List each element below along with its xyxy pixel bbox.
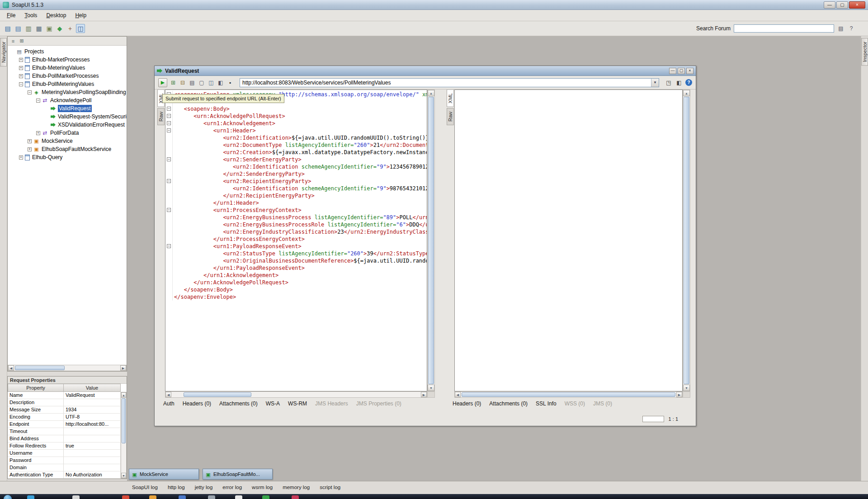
float-panel-icon[interactable]: ◳	[665, 79, 673, 87]
tree-node-pollfordata[interactable]: +PollForData	[8, 129, 127, 137]
fold-collapse-icon[interactable]: −	[167, 244, 171, 248]
xml-line-15[interactable]: </urn2:RecipientEnergyParty>	[165, 192, 427, 199]
xml-line-18[interactable]: <urn2:EnergyBusinessProcess listAgencyId…	[165, 214, 427, 221]
scroll-thumb[interactable]	[428, 97, 434, 384]
properties-vscrollbar[interactable]: ▲ ▼	[121, 392, 127, 479]
endpoint-dropdown-icon[interactable]: ▼	[651, 79, 659, 87]
property-value-cell[interactable]	[64, 399, 121, 406]
tree-node-elhub-marketprocesses[interactable]: +Elhub-MarketProcesses	[8, 56, 127, 64]
editor-vtab-raw[interactable]: Raw	[157, 108, 165, 125]
xml-line-11[interactable]: <urn2:Identification schemeAgencyIdentif…	[165, 163, 427, 170]
property-row-domain[interactable]: Domain	[8, 464, 121, 471]
new-soap-project-icon[interactable]: ▤	[3, 24, 12, 33]
property-value-cell[interactable]	[64, 457, 121, 464]
close-button[interactable]: ×	[849, 1, 865, 9]
property-value-cell[interactable]: http://localhost:80...	[64, 421, 121, 428]
tab-attachments-0[interactable]: Attachments (0)	[489, 400, 528, 407]
property-value-cell[interactable]: true	[64, 443, 121, 450]
property-row-endpoint[interactable]: Endpointhttp://localhost:80...	[8, 421, 121, 428]
xml-line-23[interactable]: <urn2:StatusType listAgencyIdentifier="2…	[165, 250, 427, 257]
menu-item-desktop[interactable]: Desktop	[42, 11, 70, 20]
menu-item-tools[interactable]: Tools	[20, 11, 41, 20]
property-value-cell[interactable]: No Authorization	[64, 471, 121, 479]
request-window-titlebar[interactable]: ValidRequest — ▢ ×	[155, 66, 696, 76]
property-row-username[interactable]: Username	[8, 450, 121, 457]
fold-collapse-icon[interactable]: −	[167, 157, 171, 161]
tree-node-meteringvaluespollingsoapbinding[interactable]: −MeteringValuesPollingSoapBinding	[8, 88, 127, 96]
import-project-icon[interactable]: ▥	[24, 24, 33, 33]
preferences-icon[interactable]: +	[66, 24, 75, 33]
property-value-cell[interactable]	[64, 428, 121, 435]
fold-collapse-icon[interactable]: −	[167, 121, 171, 125]
taskbar-icon[interactable]	[235, 495, 242, 499]
frame-minimize-icon[interactable]: —	[669, 68, 676, 74]
scroll-left-icon[interactable]: ◀	[455, 392, 461, 397]
tree-node-mockservice[interactable]: +MockService	[8, 137, 127, 145]
endpoint-combobox[interactable]: http://localhost:8083/WebService/service…	[240, 78, 659, 87]
menu-item-help[interactable]: Help	[71, 11, 90, 20]
xml-line-5[interactable]: − <urn1:Acknowledgement>	[165, 120, 427, 127]
plus-toggle-icon[interactable]: +	[19, 155, 23, 160]
tab-headers-0[interactable]: Headers (0)	[453, 400, 481, 407]
windows-taskbar[interactable]	[0, 494, 868, 499]
request-layout-icon[interactable]: ◧	[217, 79, 225, 87]
xml-line-9[interactable]: <urn2:Creation>${=javax.xml.datatype.Dat…	[165, 149, 427, 156]
recreate-request-icon[interactable]: ▤	[188, 79, 196, 87]
tree-view-icon[interactable]: ≡	[10, 38, 16, 44]
scroll-thumb[interactable]	[684, 97, 689, 384]
scroll-up-icon[interactable]: ▲	[428, 90, 434, 96]
request-xml-editor[interactable]: −<soapenv:Envelope xmlns:soapenv="http:/…	[165, 89, 427, 391]
fold-collapse-icon[interactable]: −	[167, 179, 171, 183]
scroll-thumb[interactable]	[15, 366, 65, 370]
trial-icon[interactable]: ◆	[55, 24, 64, 33]
log-tab-http-log[interactable]: http log	[168, 485, 185, 490]
tree-node-elhubsoapfaultmockservice[interactable]: +ElhubSoapFaultMockService	[8, 145, 127, 153]
xml-line-21[interactable]: </urn1:ProcessEnergyContext>	[165, 235, 427, 243]
taskbar-icon[interactable]	[262, 495, 269, 499]
create-empty-request-icon[interactable]: ▢	[198, 79, 206, 87]
property-value-cell[interactable]: UTF-8	[64, 414, 121, 421]
tab-auth[interactable]: Auth	[163, 400, 175, 407]
log-tab-error-log[interactable]: error log	[222, 485, 242, 490]
property-row-timeout[interactable]: Timeout	[8, 428, 121, 435]
log-tab-memory-log[interactable]: memory log	[283, 485, 310, 490]
new-rest-project-icon[interactable]: ▤	[14, 24, 23, 33]
scroll-right-icon[interactable]: ▶	[421, 392, 427, 397]
request-hscrollbar[interactable]: ◀ ▶	[165, 391, 427, 398]
taskbar-icon[interactable]	[72, 495, 80, 499]
xml-line-24[interactable]: <urn2:OriginalBusinessDocumentReference>…	[165, 257, 427, 264]
help-icon[interactable]: ?	[685, 79, 692, 86]
log-tab-wsrm-log[interactable]: wsrm log	[252, 485, 273, 490]
tree-node-elhub-pollmarketprocesses[interactable]: +Elhub-PollMarketProcesses	[8, 72, 127, 80]
forum-icon[interactable]: ▣	[45, 24, 54, 33]
tab-jms-headers[interactable]: JMS Headers	[315, 400, 348, 407]
fold-collapse-icon[interactable]: −	[167, 114, 171, 118]
plus-toggle-icon[interactable]: +	[28, 139, 32, 143]
xml-line-28[interactable]: </soapenv:Body>	[165, 286, 427, 293]
save-all-projects-icon[interactable]: ▦	[34, 24, 43, 33]
xml-line-13[interactable]: − <urn2:RecipientEnergyParty>	[165, 178, 427, 185]
minimized-window-elhubsoapfaultmo[interactable]: ElhubSoapFaultMo...	[203, 469, 273, 480]
editor-vtab-xml[interactable]: XML	[447, 89, 454, 107]
plus-toggle-icon[interactable]: +	[19, 74, 23, 78]
taskbar-icon[interactable]	[122, 495, 129, 499]
scroll-thumb[interactable]	[184, 392, 251, 397]
xml-line-7[interactable]: <urn2:Identification>${=java.util.UUID.r…	[165, 134, 427, 141]
plus-toggle-icon[interactable]: +	[28, 147, 32, 151]
inspector-side-tab[interactable]: Inspector	[861, 38, 868, 66]
response-hscrollbar[interactable]: ◀ ▶	[454, 391, 683, 398]
property-value-cell[interactable]: 1934	[64, 406, 121, 414]
xml-line-29[interactable]: </soapenv:Envelope>	[165, 293, 427, 301]
minus-toggle-icon[interactable]: −	[28, 90, 32, 94]
property-row-description[interactable]: Description	[8, 399, 121, 406]
scroll-up-icon[interactable]: ▲	[683, 90, 690, 96]
xml-line-22[interactable]: − <urn1:PayloadResponseEvent>	[165, 243, 427, 250]
xml-line-3[interactable]: − <soapenv:Body>	[165, 105, 427, 113]
editor-vtab-raw[interactable]: Raw	[447, 108, 454, 125]
taskbar-icon[interactable]	[149, 495, 156, 499]
log-tab-jetty-log[interactable]: jetty log	[195, 485, 213, 490]
tab-jms-0[interactable]: JMS (0)	[593, 400, 612, 407]
submit-request-button[interactable]: ▶	[158, 78, 167, 87]
tree-node-xsdvalidationerrorrequest[interactable]: XSDValidationErrorRequest	[8, 121, 127, 129]
frame-close-icon[interactable]: ×	[686, 68, 693, 74]
